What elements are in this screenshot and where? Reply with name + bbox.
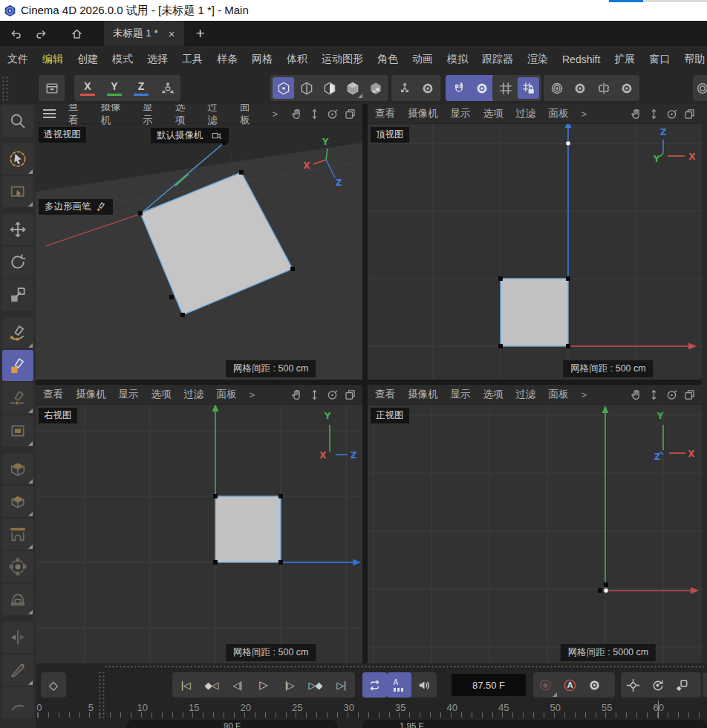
menu-item[interactable]: Redshift — [562, 53, 600, 65]
falloff-button[interactable] — [546, 77, 567, 99]
autokey-button[interactable]: A — [558, 672, 582, 698]
marker-mode-button[interactable]: A — [387, 672, 411, 698]
home-button[interactable] — [67, 24, 86, 43]
bridge-tool[interactable] — [2, 519, 33, 550]
extrude-cube-tool[interactable] — [2, 486, 33, 517]
top-canvas[interactable]: Z Y X — [368, 104, 702, 380]
knife-tool[interactable] — [2, 654, 33, 686]
menu-item[interactable]: 工具 — [182, 53, 203, 66]
viewport-top[interactable]: Z Y X 查看 摄像机 显示 选项 过滤 面板 > 顶视图 网格间距 : 50… — [368, 104, 702, 380]
menu-item[interactable]: 扩展 — [614, 53, 635, 66]
loop-playback-button[interactable] — [362, 672, 387, 698]
viewport-menu-display[interactable]: 显示 — [451, 107, 471, 120]
menu-item[interactable]: 编辑 — [42, 53, 63, 66]
brush-tool[interactable] — [2, 584, 33, 615]
range-start-field[interactable]: 90 F — [126, 720, 338, 728]
move-tool[interactable] — [2, 214, 33, 245]
menu-item[interactable]: 网格 — [252, 53, 273, 66]
menu-item[interactable]: 体积 — [287, 53, 307, 66]
viewport-menu-options[interactable]: 选项 — [175, 104, 195, 127]
redo-button[interactable] — [31, 24, 50, 43]
viewport-menu-filter[interactable]: 过滤 — [516, 107, 536, 120]
perspective-canvas[interactable]: Y X Z — [36, 104, 362, 380]
next-frame-button[interactable]: |▷ — [276, 680, 302, 691]
record-objects-button[interactable] — [533, 672, 558, 698]
document-tab[interactable]: 未标题 1 * × — [104, 21, 184, 46]
viewport-menu-view[interactable]: 查看 — [68, 104, 88, 127]
rectangle-selection-tool[interactable] — [2, 176, 33, 207]
undo-button[interactable] — [6, 24, 25, 43]
pan-hand-icon[interactable] — [290, 389, 303, 401]
extrude-open-tool[interactable] — [2, 453, 33, 484]
viewport-menu-options[interactable]: 选项 — [483, 107, 504, 120]
viewport-menu-display[interactable]: 显示 — [143, 104, 163, 127]
camera-label[interactable]: 默认摄像机 — [151, 128, 229, 143]
live-selection-tool[interactable] — [2, 143, 33, 175]
rotate-view-icon[interactable] — [665, 389, 678, 401]
menu-item[interactable]: 动画 — [412, 53, 433, 66]
go-to-start-button[interactable]: |◁ — [172, 680, 198, 691]
viewport-menu-options[interactable]: 选项 — [483, 388, 504, 401]
axis-lock-x-button[interactable]: X — [76, 77, 99, 99]
play-button[interactable]: ▷ — [250, 678, 276, 692]
menu-item[interactable]: 窗口 — [649, 53, 670, 66]
mirror-tool[interactable] — [2, 622, 33, 653]
key-position-button[interactable] — [621, 672, 645, 698]
viewport-menu-view[interactable]: 查看 — [375, 107, 395, 120]
viewport-right[interactable]: Y X Z 查看 摄像机 显示 选项 过滤 面板 > 右视图 网格间距 : 50… — [36, 385, 362, 663]
menu-item[interactable]: 跟踪器 — [482, 53, 513, 66]
scale-tool[interactable] — [2, 279, 33, 311]
menu-item[interactable]: 运动图形 — [322, 53, 363, 66]
pan-hand-icon[interactable] — [630, 108, 642, 120]
falloff-settings-button[interactable] — [569, 77, 590, 99]
spline-pen-tool[interactable] — [2, 317, 33, 348]
polygons-mode-button[interactable] — [319, 77, 340, 99]
viewport-menu-display[interactable]: 显示 — [451, 388, 471, 401]
timeline-playhead[interactable] — [658, 701, 659, 718]
viewport-menu-camera[interactable]: 摄像机 — [408, 107, 438, 120]
clipped-sidebar-tool[interactable] — [2, 687, 33, 718]
menu-item[interactable]: 角色 — [377, 53, 398, 66]
viewport-menu-camera[interactable]: 摄像机 — [101, 104, 131, 127]
viewport-menu-display[interactable]: 显示 — [119, 388, 139, 401]
viewport-menu-panel[interactable]: 面板 — [549, 107, 569, 120]
edges-mode-button[interactable] — [296, 77, 317, 99]
key-scale-button[interactable] — [670, 672, 694, 698]
tension-rectangle-tool[interactable] — [2, 415, 33, 446]
dolly-zoom-icon[interactable] — [648, 108, 660, 120]
dolly-zoom-icon[interactable] — [308, 389, 321, 401]
maximize-view-icon[interactable] — [344, 389, 356, 401]
viewport-menu-more[interactable]: > — [272, 108, 278, 120]
symmetry-settings-button[interactable] — [616, 77, 637, 99]
viewport-menu-panel[interactable]: 面板 — [549, 388, 569, 401]
pan-hand-icon[interactable] — [290, 108, 303, 120]
sound-button[interactable] — [411, 672, 436, 698]
next-key-button[interactable]: ▷◆ — [302, 680, 328, 691]
axis-lock-y-button[interactable]: Y — [103, 77, 126, 99]
record-keyframe-button[interactable]: ◇ — [42, 672, 66, 698]
front-canvas[interactable]: Y Z X — [368, 385, 702, 663]
menu-item[interactable]: 选择 — [147, 53, 168, 66]
polygon-pen-tool[interactable] — [2, 350, 33, 381]
viewport-menu-camera[interactable]: 摄像机 — [76, 388, 106, 401]
dolly-zoom-icon[interactable] — [308, 108, 321, 120]
viewport-front[interactable]: Y Z X 查看 摄像机 显示 选项 过滤 面板 > 正视图 网格间距 : 50… — [368, 385, 702, 663]
right-dock-handle[interactable] — [702, 104, 707, 663]
maximize-view-icon[interactable] — [683, 108, 696, 120]
timeline-ticks[interactable] — [36, 712, 707, 718]
asset-browser-button[interactable] — [41, 77, 62, 99]
clipped-toolbar-button[interactable] — [695, 77, 707, 99]
menu-item[interactable]: 样条 — [217, 53, 238, 66]
menu-item[interactable]: 模拟 — [447, 53, 468, 66]
viewport-menu-more[interactable]: > — [581, 108, 587, 120]
coordinate-system-button[interactable] — [157, 77, 178, 99]
dolly-zoom-icon[interactable] — [648, 389, 660, 401]
range-end-field[interactable]: 1.95 F — [362, 720, 707, 728]
maximize-view-icon[interactable] — [683, 389, 696, 401]
viewport-menu-filter[interactable]: 过滤 — [516, 388, 536, 401]
viewport-menu-view[interactable]: 查看 — [43, 388, 63, 401]
symmetry-button[interactable] — [593, 77, 614, 99]
right-canvas[interactable]: Y X Z — [36, 385, 362, 663]
snap-toggle-button[interactable] — [448, 77, 469, 99]
menu-item[interactable]: 渲染 — [527, 53, 548, 66]
